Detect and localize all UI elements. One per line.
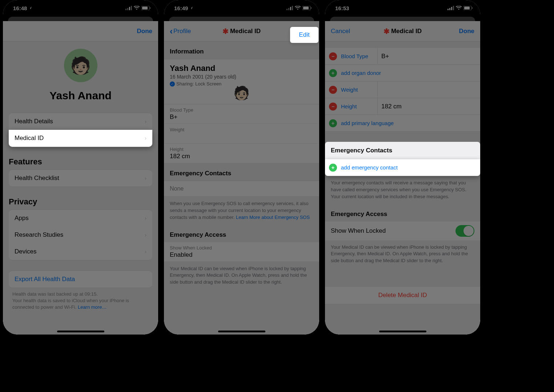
emergency-contacts-header: Emergency Contacts	[164, 163, 319, 181]
wifi-icon	[134, 6, 140, 10]
svg-rect-7	[150, 7, 150, 9]
page-title: Medical ID	[230, 28, 261, 35]
done-button[interactable]: Done	[459, 28, 475, 35]
battery-icon	[302, 6, 312, 10]
battery-icon	[463, 6, 473, 10]
add-organ-donor-row[interactable]: + add organ donor	[325, 65, 480, 81]
weight-row[interactable]: − Weight	[325, 81, 480, 98]
emergency-contacts-none: None	[164, 181, 319, 197]
learn-more-link[interactable]: Learn more…	[78, 304, 107, 310]
avatar: 🧑🏻	[170, 87, 313, 100]
weight-row: Weight	[164, 124, 319, 144]
svg-rect-17	[449, 8, 450, 10]
home-indicator[interactable]	[57, 331, 104, 332]
status-bar: 16:53	[325, 0, 480, 16]
svg-rect-11	[292, 6, 293, 10]
remove-icon[interactable]: −	[329, 103, 337, 111]
svg-rect-22	[464, 7, 470, 9]
add-icon[interactable]: +	[329, 164, 337, 172]
chevron-right-icon: ›	[145, 215, 146, 221]
svg-rect-9	[288, 8, 289, 10]
privacy-header: Privacy	[3, 197, 158, 209]
backup-note: Health data was last backed up at 09:15.…	[3, 288, 158, 314]
export-health-data[interactable]: Export All Health Data	[9, 271, 152, 288]
chevron-right-icon: ›	[145, 119, 146, 124]
features-header: Features	[3, 157, 158, 169]
show-when-locked-row[interactable]: Show When Locked	[325, 221, 480, 240]
check-badge-icon: ✓	[170, 81, 175, 87]
home-indicator[interactable]	[379, 331, 426, 332]
cell-signal-icon	[286, 6, 293, 10]
health-checklist-row[interactable]: Health Checklist ›	[9, 169, 152, 187]
home-indicator[interactable]	[218, 331, 265, 332]
delete-medical-id-button[interactable]: Delete Medical ID	[325, 286, 480, 304]
svg-rect-8	[286, 9, 288, 10]
location-arrow-icon	[28, 6, 32, 10]
done-button[interactable]: Done	[137, 28, 153, 35]
emergency-contacts-footer: Your emergency contacts will receive a m…	[325, 176, 480, 204]
add-icon[interactable]: +	[329, 69, 337, 77]
svg-rect-10	[290, 7, 291, 10]
remove-icon[interactable]: −	[329, 52, 337, 60]
learn-more-sos-link[interactable]: Learn More about Emergency SOS	[236, 215, 310, 220]
add-primary-language-row[interactable]: + add primary language	[325, 115, 480, 132]
status-time: 16:53	[335, 5, 349, 11]
blood-type-row[interactable]: − Blood Type B+	[325, 48, 480, 65]
medical-id-row[interactable]: Medical ID ›	[9, 130, 152, 147]
page-title: Medical ID	[391, 28, 422, 35]
wifi-icon	[295, 6, 301, 10]
nav-bar: Done	[3, 21, 158, 41]
edit-button[interactable]: Edit	[290, 27, 318, 43]
health-details-row[interactable]: Health Details ›	[9, 113, 152, 130]
cell-signal-icon	[447, 6, 454, 10]
apps-row[interactable]: Apps›	[9, 209, 152, 227]
status-time: 16:48	[13, 5, 27, 11]
svg-rect-6	[142, 7, 148, 9]
toggle-switch[interactable]	[455, 225, 474, 237]
height-row[interactable]: − Height 182 cm	[325, 98, 480, 115]
information-header: Information	[164, 41, 319, 59]
blood-type-row: Blood Type B+	[164, 104, 319, 124]
emergency-access-header: Emergency Access	[325, 204, 480, 221]
research-studies-row[interactable]: Research Studies›	[9, 227, 152, 244]
svg-rect-3	[131, 6, 132, 10]
nav-bar: Cancel ✱ Medical ID Done	[325, 21, 480, 41]
info-dob: 16 March 2001 (20 years old)	[170, 74, 313, 80]
svg-rect-15	[311, 7, 312, 9]
info-card: Yash Anand 16 March 2001 (20 years old) …	[164, 59, 319, 104]
emergency-contacts-header: Emergency Contacts	[325, 142, 480, 159]
chevron-right-icon: ›	[145, 135, 146, 141]
chevron-right-icon: ›	[145, 249, 146, 255]
battery-icon	[141, 6, 151, 10]
nav-bar: ‹ Profile ✱ Medical ID Edit	[164, 21, 319, 41]
medical-id-icon: ✱	[222, 27, 229, 36]
remove-icon[interactable]: −	[329, 86, 337, 94]
chevron-right-icon: ›	[145, 175, 146, 181]
back-button[interactable]: ‹ Profile	[170, 26, 191, 36]
cell-signal-icon	[125, 6, 132, 10]
svg-point-4	[136, 8, 137, 9]
emergency-access-footer: Your Medical ID can be viewed when iPhon…	[164, 262, 319, 290]
svg-rect-0	[125, 9, 127, 10]
devices-row[interactable]: Devices›	[9, 243, 152, 260]
status-bar: 16:49	[164, 0, 319, 16]
emergency-access-footer: Your Medical ID can be viewed when iPhon…	[325, 240, 480, 268]
info-name: Yash Anand	[170, 64, 313, 73]
wifi-icon	[456, 6, 462, 10]
svg-rect-23	[472, 7, 473, 9]
emergency-access-header: Emergency Access	[164, 225, 319, 242]
status-time: 16:49	[174, 5, 188, 11]
profile-name: Yash Anand	[49, 89, 112, 102]
medical-id-icon: ✱	[384, 27, 390, 36]
add-emergency-contact-row[interactable]: + add emergency contact	[325, 159, 480, 176]
cancel-button[interactable]: Cancel	[331, 28, 350, 35]
chevron-right-icon: ›	[145, 232, 146, 238]
svg-point-20	[458, 8, 459, 9]
add-icon[interactable]: +	[329, 119, 337, 127]
height-row: Height 182 cm	[164, 144, 319, 163]
emergency-contacts-footer: When you use Emergency SOS to call emerg…	[164, 197, 319, 225]
svg-rect-2	[129, 7, 130, 10]
location-arrow-icon	[189, 6, 193, 10]
svg-point-12	[297, 8, 298, 9]
svg-rect-1	[127, 8, 128, 10]
